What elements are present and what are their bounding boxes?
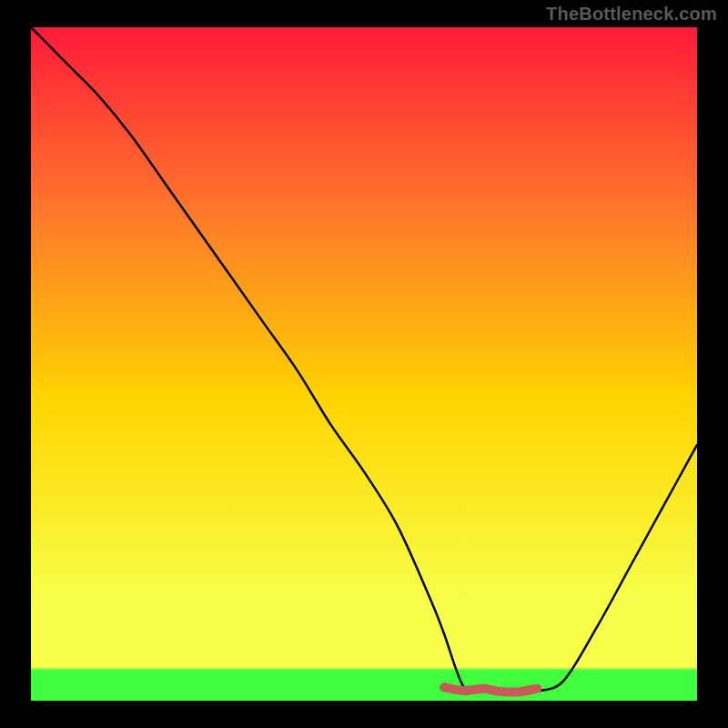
bottleneck-chart bbox=[0, 0, 728, 728]
optimal-range-line bbox=[444, 687, 537, 692]
chart-frame: { "watermark": "TheBottleneck.com", "col… bbox=[0, 0, 728, 728]
plot-background bbox=[31, 27, 697, 701]
